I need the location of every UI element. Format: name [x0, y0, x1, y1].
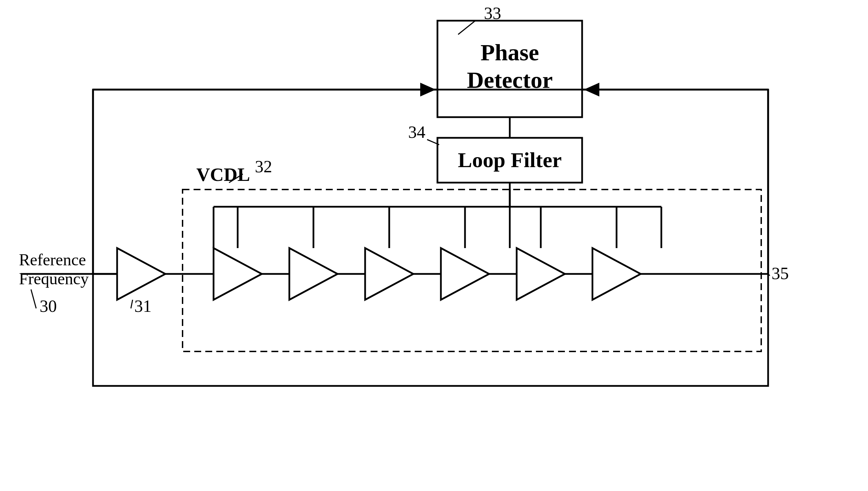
ref-34: 34 [408, 122, 425, 142]
ref-freq-label: Reference [19, 250, 86, 269]
ref-freq-label2: Frequency [19, 269, 89, 288]
ref-30: 30 [40, 296, 57, 316]
svg-rect-0 [0, 0, 868, 491]
ref-33: 33 [484, 3, 501, 23]
ref-35: 35 [772, 264, 789, 283]
loop-filter-label: Loop Filter [458, 148, 561, 172]
ref-32: 32 [255, 157, 272, 176]
ref-31: 31 [134, 296, 152, 316]
diagram-container: Phase Detector 33 Loop Filter 34 VCDL 32 [0, 0, 868, 491]
phase-detector-label: Phase [480, 39, 539, 65]
